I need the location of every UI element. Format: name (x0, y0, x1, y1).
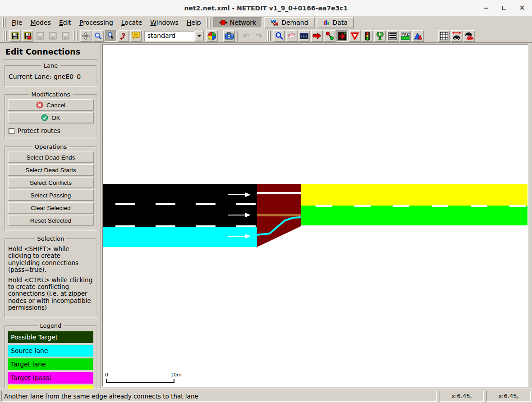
undo-icon (242, 32, 251, 40)
bus-stop-icon: H (376, 32, 385, 40)
legend-target-pass: Target (pass) (8, 372, 93, 384)
ok-button-label: OK (51, 114, 60, 121)
ctrl-hint-text: Hold <CTRL> while clicking to create con… (8, 277, 93, 311)
tab-network-label: Network (230, 19, 256, 26)
undo-button-disabled[interactable] (240, 30, 252, 42)
toolbar-grip-2[interactable] (73, 31, 78, 41)
mode-additional-button[interactable]: H (374, 30, 386, 42)
close-button[interactable]: × (518, 5, 526, 12)
grid-icon (440, 32, 449, 41)
cancel-button[interactable]: Cancel (8, 99, 94, 111)
toolbar-grip-1[interactable] (3, 31, 7, 41)
view-scheme-value[interactable]: standard (144, 31, 195, 41)
menu-processing[interactable]: Processing (75, 18, 117, 27)
mode-connection-button-active[interactable] (336, 30, 348, 42)
mode-prohibition-button[interactable] (349, 30, 361, 42)
traffic-light-icon (365, 32, 370, 41)
ok-button[interactable]: OK (8, 112, 94, 124)
select-dead-starts-button[interactable]: Select Dead Starts (8, 164, 94, 176)
show-overlapped-vehicles-button[interactable] (463, 30, 475, 42)
help-button[interactable]: ? (118, 30, 129, 42)
two-cars-icon (464, 32, 474, 41)
edge-endpoints-icon (326, 32, 334, 40)
edit-view-scheme-button[interactable] (206, 30, 218, 42)
redo-button-disabled[interactable] (253, 30, 265, 42)
tab-network[interactable]: Network (213, 17, 262, 28)
save-tls-button-disabled[interactable] (60, 30, 71, 42)
toolbar-grip-3[interactable] (267, 31, 271, 41)
tab-demand[interactable]: Demand (264, 17, 314, 28)
yield-triangle-icon (350, 32, 359, 40)
zoom-button[interactable] (92, 30, 104, 42)
cursor-coordinates-left: x:6.45, y:94.13 (440, 391, 484, 402)
select-passing-button[interactable]: Select Passing (8, 189, 94, 201)
spread-vehicles-button[interactable] (451, 30, 463, 42)
ok-check-icon (41, 114, 48, 121)
svg-text:!: ! (135, 32, 137, 37)
lane-arrow-icon (228, 212, 252, 218)
clear-selected-button[interactable]: Clear Selected (8, 202, 94, 214)
recenter-view-button[interactable] (80, 30, 92, 42)
mode-shape-button[interactable] (412, 30, 424, 42)
menu-edit[interactable]: Edit (55, 18, 75, 27)
legend-group: Legend Possible Target Source lane Targe… (5, 322, 97, 389)
junction-connection-brown[interactable] (257, 214, 301, 216)
select-conflicts-button[interactable]: Select Conflicts (8, 177, 94, 188)
target-lane[interactable] (301, 206, 527, 225)
minimize-button[interactable] (482, 5, 490, 12)
mode-crossing-button[interactable] (387, 30, 399, 42)
legend-target-lane: Target lane (8, 358, 93, 370)
network-view-canvas[interactable]: 0 10m (102, 44, 528, 387)
combo-dropdown-arrow-icon[interactable] (195, 31, 204, 41)
tab-demand-label: Demand (281, 19, 308, 26)
save-demand-elements-button-disabled[interactable] (34, 30, 46, 42)
supermode-grip[interactable] (206, 18, 211, 27)
reset-selected-button[interactable]: Reset Selected (8, 215, 94, 226)
save-data-elements-button-disabled[interactable] (47, 30, 59, 42)
messages-button[interactable]: ! (130, 30, 142, 42)
mode-delete-button[interactable] (286, 30, 298, 42)
menu-windows[interactable]: Windows (146, 18, 183, 27)
snapshot-button[interactable] (223, 30, 235, 42)
menu-help[interactable]: Help (183, 18, 205, 27)
lane-group: Lane Current Lane: gneE0_0 (5, 62, 97, 87)
junction-area[interactable] (257, 184, 301, 247)
menu-file[interactable]: File (8, 18, 26, 27)
mode-select-button[interactable] (298, 30, 310, 42)
mode-taz-button[interactable]: TAZ (399, 30, 411, 42)
canvas-frame: 0 10m (101, 43, 532, 389)
menu-locate[interactable]: Locate (117, 18, 147, 27)
save-icon (11, 32, 19, 40)
mode-traffic-light-button[interactable] (362, 30, 373, 42)
menubar-grip[interactable] (2, 18, 6, 27)
save-network-button[interactable] (9, 30, 21, 42)
mode-move-button[interactable] (311, 30, 323, 42)
select-dead-ends-button[interactable]: Select Dead Ends (8, 151, 94, 163)
camera-icon (225, 32, 234, 40)
maximize-button[interactable] (500, 5, 508, 12)
road-select-icon (300, 32, 309, 40)
mode-create-edge-button[interactable] (324, 30, 335, 42)
mode-inspect-button[interactable] (273, 30, 285, 42)
connection-arrows-icon (338, 32, 347, 41)
view-scheme-combobox[interactable]: standard (144, 31, 204, 41)
selection-group-legend: Selection (35, 235, 67, 242)
polygon-shape-icon (413, 32, 422, 40)
main-area: Edit Connections Lane Current Lane: gneE… (0, 43, 532, 389)
conflict-lane[interactable] (301, 184, 527, 206)
zoom-pointer-toggle-button[interactable] (105, 30, 117, 42)
legend-conflict: Conflict (8, 385, 93, 389)
menu-modes[interactable]: Modes (26, 18, 55, 27)
save-additional-elements-button[interactable] (22, 30, 33, 42)
scale-end-label: 10m (170, 372, 182, 378)
protect-routes-checkbox[interactable] (9, 128, 14, 134)
save-red-icon (24, 32, 32, 40)
scale-line (106, 379, 174, 383)
toggle-grid-button[interactable] (438, 30, 450, 42)
svg-text:TAZ: TAZ (402, 32, 409, 37)
svg-text:H: H (379, 32, 382, 37)
incoming-edge-road[interactable] (103, 184, 257, 227)
modifications-group-legend: Modifications (29, 91, 72, 98)
tab-data[interactable]: Data (316, 17, 354, 28)
window-title: net2.net.xml - NETEDIT v1_9_0+0166-aa7e3… (184, 5, 348, 12)
